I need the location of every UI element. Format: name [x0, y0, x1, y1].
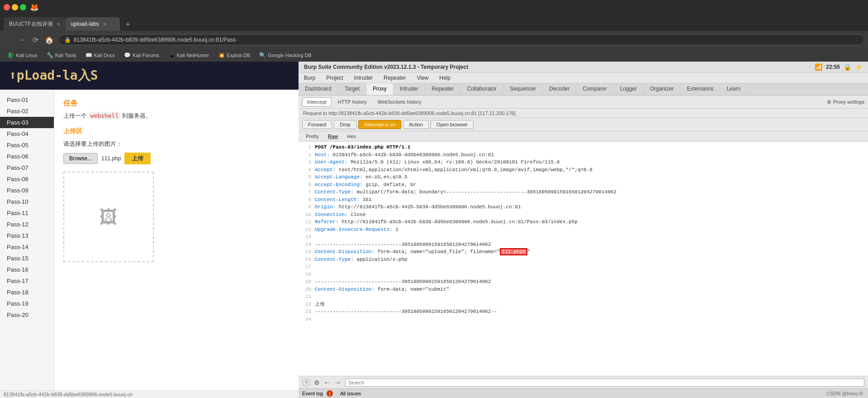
- nav-pass-13[interactable]: Pass-13: [0, 230, 54, 241]
- bookmark-kali-forums[interactable]: 💬 Kali Forums: [120, 51, 163, 59]
- action-btn[interactable]: Action: [403, 120, 429, 129]
- bookmark-google-hacking-db[interactable]: 🔍 Google Hacking DB: [256, 51, 315, 59]
- address-bar[interactable]: 🔒 813841fb-a5cb-442b-b839-dd5be6389906.n…: [58, 34, 864, 45]
- upload-section-title: 上传区: [63, 127, 289, 135]
- tab-comparer[interactable]: Comparer: [576, 83, 613, 95]
- nav-pass-06[interactable]: Pass-06: [0, 151, 54, 162]
- lock-icon: 🔒: [64, 37, 71, 43]
- tab-organizer[interactable]: Organizer: [644, 83, 681, 95]
- nav-pass-04[interactable]: Pass-04: [0, 128, 54, 139]
- nav-pass-07[interactable]: Pass-07: [0, 162, 54, 173]
- event-log-label[interactable]: Event log: [302, 391, 323, 396]
- home-btn[interactable]: 🏠: [43, 34, 56, 46]
- open-browser-btn[interactable]: Open browser: [431, 120, 474, 129]
- line-content: [315, 293, 866, 301]
- nav-pass-02[interactable]: Pass-02: [0, 105, 54, 117]
- all-issues-label[interactable]: All issues: [340, 391, 361, 396]
- bottom-forward-icon[interactable]: →: [334, 379, 342, 387]
- tab-upload-labs-close[interactable]: ✕: [103, 22, 106, 27]
- request-body[interactable]: 1POST /Pass-03/index.php HTTP/1.12Host: …: [299, 142, 868, 376]
- nav-pass-19[interactable]: Pass-19: [0, 298, 54, 309]
- menu-project[interactable]: Project: [321, 73, 348, 83]
- ctf-sidebar: Pass-01 Pass-02 Pass-03 Pass-04 Pass-05 …: [0, 90, 54, 390]
- nav-pass-08[interactable]: Pass-08: [0, 173, 54, 185]
- tab-logger[interactable]: Logger: [614, 83, 644, 95]
- nav-pass-11[interactable]: Pass-11: [0, 207, 54, 219]
- drop-btn[interactable]: Drop: [334, 120, 356, 129]
- tab-proxy[interactable]: Proxy: [366, 83, 394, 95]
- bookmark-exploit-db[interactable]: 💥 Exploit-DB: [214, 51, 254, 59]
- nav-pass-18[interactable]: Pass-18: [0, 287, 54, 298]
- burp-power-icon: ⚡: [855, 63, 863, 71]
- bottom-back-icon[interactable]: ←: [323, 379, 331, 387]
- settings-gear-icon: ⚙: [827, 99, 831, 105]
- ctf-logo: ⬆pLoad-la入S: [9, 67, 289, 84]
- line-content: [315, 316, 866, 323]
- filename-display: 111.php: [101, 155, 121, 162]
- browse-btn[interactable]: Browse...: [63, 153, 98, 164]
- nav-pass-01[interactable]: Pass-01: [0, 94, 54, 105]
- view-tab-pretty[interactable]: Pretty: [302, 133, 323, 140]
- maximize-window-btn[interactable]: [20, 4, 26, 10]
- line-number: 23: [300, 308, 311, 316]
- view-tab-hex[interactable]: Hex: [343, 133, 360, 140]
- tab-collaborator[interactable]: Collaborator: [461, 83, 503, 95]
- request-line: 16Content-Type: application/x-php: [300, 256, 866, 264]
- menu-burp[interactable]: Burp: [299, 73, 321, 83]
- nav-pass-10[interactable]: Pass-10: [0, 196, 54, 207]
- help-icon[interactable]: ?: [302, 379, 310, 387]
- tab-dashboard[interactable]: Dashboard: [299, 83, 338, 95]
- tab-buuctf[interactable]: BUUCTF在线评测 ✕: [4, 17, 66, 31]
- request-line: 6Accept-Encoding: gzip, deflate, br: [300, 181, 866, 189]
- bookmark-kali-nethunter[interactable]: 📱 Kali NetHunter: [165, 51, 213, 59]
- nav-pass-15[interactable]: Pass-15: [0, 253, 54, 264]
- view-tab-raw[interactable]: Raw: [324, 133, 342, 140]
- upload-btn[interactable]: 上传: [124, 153, 151, 164]
- nav-pass-14[interactable]: Pass-14: [0, 241, 54, 253]
- tab-sequencer[interactable]: Sequencer: [503, 83, 543, 95]
- request-line: 9Origin: http://813841fb-a5cb-442b-b839-…: [300, 203, 866, 211]
- back-btn[interactable]: ←: [4, 34, 14, 46]
- intercept-on-btn[interactable]: Intercept is on: [358, 120, 401, 129]
- subtab-http-history[interactable]: HTTP history: [333, 98, 371, 106]
- nav-pass-20[interactable]: Pass-20: [0, 309, 54, 321]
- subtab-intercept[interactable]: Intercept: [302, 97, 332, 106]
- forward-btn[interactable]: Forward: [302, 120, 332, 129]
- nav-pass-03[interactable]: Pass-03: [0, 117, 54, 128]
- tab-upload-labs[interactable]: upload-labs ✕: [66, 17, 120, 31]
- address-text: 813841fb-a5cb-442b-b839-dd5be6389906.nod…: [74, 37, 859, 43]
- tab-decoder[interactable]: Decoder: [543, 83, 576, 95]
- task-title: 任务: [63, 99, 289, 108]
- nav-bar: ← → ⟳ 🏠 🔒 813841fb-a5cb-442b-b839-dd5be6…: [0, 31, 868, 49]
- ctf-body: Pass-01 Pass-02 Pass-03 Pass-04 Pass-05 …: [0, 90, 299, 390]
- bookmark-kali-tools[interactable]: 🔧 Kali Tools: [43, 51, 80, 59]
- bookmark-kali-linux[interactable]: 🐉 Kali Linux: [4, 51, 41, 59]
- tab-buuctf-close[interactable]: ✕: [57, 22, 60, 27]
- line-number: 17: [300, 263, 311, 271]
- line-number: 3: [300, 158, 311, 166]
- proxy-settings-link[interactable]: ⚙ Proxy settings: [827, 99, 864, 105]
- menu-view[interactable]: View: [411, 73, 434, 83]
- forward-btn[interactable]: →: [17, 34, 28, 46]
- nav-pass-09[interactable]: Pass-09: [0, 185, 54, 196]
- tab-intruder[interactable]: Intruder: [394, 83, 425, 95]
- subtab-websockets-history[interactable]: WebSockets history: [373, 98, 426, 106]
- close-window-btn[interactable]: [4, 4, 10, 10]
- tab-extensions[interactable]: Extensions: [681, 83, 721, 95]
- minimize-window-btn[interactable]: [12, 4, 18, 10]
- search-input[interactable]: [345, 379, 864, 387]
- nav-pass-16[interactable]: Pass-16: [0, 264, 54, 275]
- nav-pass-12[interactable]: Pass-12: [0, 219, 54, 230]
- tab-repeater[interactable]: Repeater: [425, 83, 460, 95]
- tab-learn[interactable]: Learn: [720, 83, 747, 95]
- tab-target[interactable]: Target: [338, 83, 366, 95]
- nav-pass-17[interactable]: Pass-17: [0, 275, 54, 287]
- settings-icon[interactable]: ⚙: [314, 379, 320, 386]
- reload-btn[interactable]: ⟳: [31, 34, 40, 46]
- new-tab-btn[interactable]: +: [122, 18, 134, 31]
- menu-repeater[interactable]: Repeater: [378, 73, 411, 83]
- bookmark-kali-docs[interactable]: 📖 Kali Docs: [82, 51, 119, 59]
- menu-intruder[interactable]: Intruder: [349, 73, 378, 83]
- menu-help[interactable]: Help: [434, 73, 456, 83]
- nav-pass-05[interactable]: Pass-05: [0, 139, 54, 151]
